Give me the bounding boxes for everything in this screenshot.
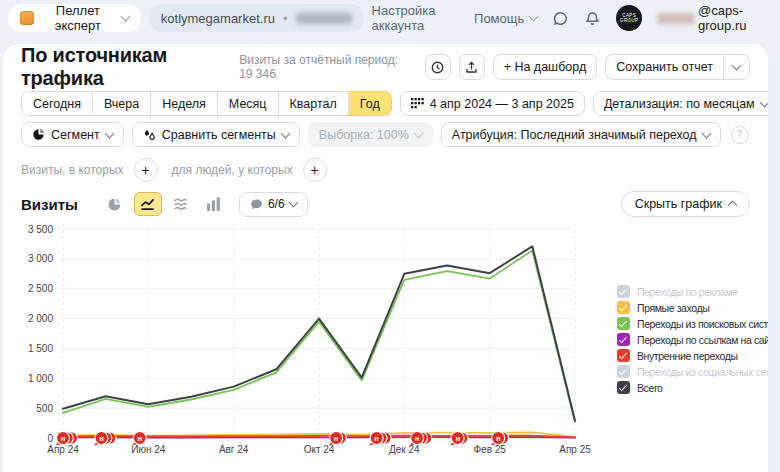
conditions-row: Визиты, в которых + для людей, у которых… — [21, 158, 750, 182]
compare-segments-dropdown[interactable]: Сравнить сегменты — [132, 122, 300, 147]
legend-checkbox[interactable] — [617, 381, 630, 394]
svg-text:2 500: 2 500 — [28, 283, 53, 294]
project-name: Пеллет эксперт — [41, 3, 115, 33]
segment-dropdown[interactable]: Сегмент — [21, 122, 124, 147]
counter-separator: • — [283, 11, 288, 26]
visits-period-note: Визиты за отчётный период: 19 346 — [239, 53, 409, 81]
period-button-год[interactable]: Год — [349, 91, 392, 116]
date-range-button[interactable]: 4 апр 2024 — 3 апр 2025 — [400, 91, 585, 116]
svg-text:500: 500 — [36, 403, 53, 414]
attribution-dropdown[interactable]: Атрибуция: Последний значимый переход — [441, 122, 721, 147]
hide-chart-button[interactable]: Скрыть график — [621, 191, 750, 217]
add-visit-condition-button[interactable]: + — [134, 158, 158, 182]
visits-condition-label: Визиты, в которых — [21, 163, 124, 177]
period-button-неделя[interactable]: Неделя — [151, 91, 218, 116]
export-button[interactable] — [459, 54, 485, 80]
svg-text:Окт 24: Окт 24 — [304, 444, 335, 455]
chevron-down-icon — [701, 128, 711, 138]
add-people-condition-button[interactable]: + — [303, 158, 327, 182]
account-settings-link[interactable]: Настройка аккаунта — [372, 3, 460, 33]
chevron-down-icon — [732, 61, 742, 71]
help-icon[interactable]: ? — [731, 126, 749, 144]
title-row: По источникам трафика Визиты за отчётный… — [21, 50, 750, 84]
help-menu[interactable]: Помощь — [474, 11, 537, 26]
metrika-app: Пеллет эксперт kotlymegamarket.ru • Наст… — [0, 0, 780, 472]
pie-chart-type-button[interactable] — [101, 192, 129, 216]
user-avatar[interactable]: CAPSGROUP — [616, 5, 642, 31]
stacked-chart-type-button[interactable] — [167, 192, 195, 216]
chevron-down-icon — [280, 128, 290, 138]
segment-filter-row: Сегмент Сравнить сегменты Выборка: 100% … — [21, 122, 750, 147]
legend-checkbox[interactable] — [617, 333, 630, 346]
svg-text:Авг 24: Авг 24 — [219, 444, 249, 455]
svg-text:н: н — [374, 434, 379, 443]
detalization-dropdown[interactable]: Детализация: по месяцам — [593, 91, 768, 116]
legend-item[interactable]: Переходы из поисковых систем — [617, 317, 768, 330]
legend-label: Внутренние переходы — [637, 350, 738, 362]
chevron-down-icon — [413, 128, 423, 138]
chat-icon[interactable] — [552, 10, 569, 27]
legend-label: Переходы из социальных сетей — [637, 366, 768, 378]
counter-domain: kotlymegamarket.ru — [161, 11, 275, 26]
chart-area: 05001 0001 5002 0002 5003 0003 500Апр 24… — [21, 219, 750, 472]
svg-text:1 500: 1 500 — [28, 343, 53, 354]
legend-checkbox[interactable] — [617, 301, 630, 314]
save-report-button[interactable]: Сохранить отчет — [605, 54, 723, 80]
svg-text:Апр 24: Апр 24 — [47, 444, 79, 455]
clock-icon — [430, 60, 445, 75]
period-segmented-control: СегодняВчераНеделяМесяцКварталГод — [21, 91, 392, 116]
legend-item[interactable]: Переходы по рекламе — [617, 285, 768, 298]
svg-text:1 000: 1 000 — [28, 373, 53, 384]
svg-text:н: н — [138, 434, 143, 443]
chart-toolbar: Визиты — [21, 191, 750, 217]
period-button-месяц[interactable]: Месяц — [218, 91, 279, 116]
svg-text:3 000: 3 000 — [28, 253, 53, 264]
period-button-вчера[interactable]: Вчера — [93, 91, 151, 116]
column-chart-type-button[interactable] — [200, 192, 228, 216]
svg-text:н: н — [415, 434, 420, 443]
export-icon — [464, 60, 479, 75]
sampling-dropdown[interactable]: Выборка: 100% — [308, 122, 433, 147]
chart-legend: Переходы по рекламеПрямые заходыПереходы… — [617, 285, 768, 394]
legend-checkbox[interactable] — [617, 285, 630, 298]
line-chart-type-button[interactable] — [134, 192, 162, 216]
legend-item[interactable]: Переходы по ссылкам на сайтах — [617, 333, 768, 346]
svg-text:н: н — [61, 434, 66, 443]
legend-item[interactable]: Прямые заходы — [617, 301, 768, 314]
period-filter-row: СегодняВчераНеделяМесяцКварталГод 4 апр … — [21, 91, 750, 116]
svg-text:н: н — [496, 434, 501, 443]
topbar-right: Настройка аккаунта Помощь CAPSGROUP @cap… — [372, 3, 766, 33]
legend-checkbox[interactable] — [617, 349, 630, 362]
legend-checkbox[interactable] — [617, 365, 630, 378]
topbar: Пеллет эксперт kotlymegamarket.ru • Наст… — [0, 0, 780, 44]
legend-label: Прямые заходы — [637, 302, 709, 314]
legend-item[interactable]: Внутренние переходы — [617, 349, 768, 362]
svg-text:Апр 25: Апр 25 — [559, 444, 591, 455]
notifications-bell-icon[interactable] — [584, 10, 601, 27]
period-button-сегодня[interactable]: Сегодня — [21, 91, 93, 116]
chevron-down-icon — [288, 198, 298, 208]
legend-label: Переходы из поисковых систем — [637, 318, 768, 330]
legend-checkbox[interactable] — [617, 317, 630, 330]
chevron-down-icon — [759, 97, 768, 107]
metric-label: Визиты — [21, 196, 78, 213]
counter-selector[interactable]: kotlymegamarket.ru • — [149, 4, 364, 32]
column-chart-icon — [206, 197, 221, 211]
history-clock-button[interactable] — [425, 54, 451, 80]
svg-text:н: н — [334, 434, 339, 443]
chevron-up-icon — [728, 201, 738, 211]
svg-text:0: 0 — [47, 433, 53, 444]
annotations-button[interactable]: 6/6 — [239, 192, 308, 217]
legend-label: Переходы по рекламе — [637, 286, 737, 298]
period-button-квартал[interactable]: Квартал — [279, 91, 349, 116]
redacted-counter-id — [296, 13, 352, 24]
visits-chart[interactable]: 05001 0001 5002 0002 5003 0003 500Апр 24… — [21, 219, 601, 471]
save-report-menu-button[interactable] — [723, 54, 750, 80]
legend-label: Всего — [637, 382, 663, 394]
add-to-dashboard-button[interactable]: + На дашборд — [493, 54, 598, 80]
page-title: По источникам трафика — [21, 44, 239, 90]
svg-text:2 000: 2 000 — [28, 313, 53, 324]
project-selector[interactable]: Пеллет эксперт — [8, 4, 141, 32]
legend-item[interactable]: Всего — [617, 381, 768, 394]
legend-item[interactable]: Переходы из социальных сетей — [617, 365, 768, 378]
